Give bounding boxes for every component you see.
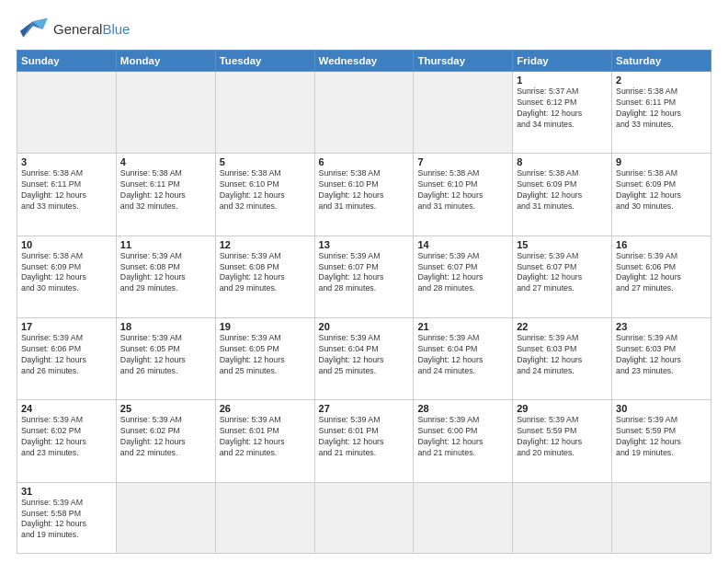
day-info: Sunrise: 5:38 AM Sunset: 6:10 PM Dayligh… (220, 168, 311, 213)
day-info: Sunrise: 5:39 AM Sunset: 5:59 PM Dayligh… (517, 415, 608, 459)
day-number: 18 (120, 321, 211, 332)
day-number: 5 (220, 156, 311, 167)
day-header-monday: Monday (116, 51, 215, 72)
day-info: Sunrise: 5:39 AM Sunset: 6:01 PM Dayligh… (220, 415, 311, 459)
calendar-cell: 9Sunrise: 5:38 AM Sunset: 6:09 PM Daylig… (612, 154, 711, 236)
day-info: Sunrise: 5:39 AM Sunset: 6:04 PM Dayligh… (417, 333, 508, 377)
logo-icon (17, 15, 50, 42)
calendar-cell: 13Sunrise: 5:39 AM Sunset: 6:07 PM Dayli… (314, 236, 414, 317)
day-info: Sunrise: 5:38 AM Sunset: 6:11 PM Dayligh… (21, 168, 112, 213)
day-info: Sunrise: 5:38 AM Sunset: 6:09 PM Dayligh… (616, 168, 707, 213)
day-number: 19 (220, 321, 311, 332)
day-info: Sunrise: 5:38 AM Sunset: 6:09 PM Dayligh… (21, 251, 112, 295)
calendar-cell (612, 482, 711, 553)
calendar-cell (414, 72, 513, 154)
calendar-table: SundayMondayTuesdayWednesdayThursdayFrid… (17, 50, 711, 554)
day-number: 1 (517, 75, 608, 86)
day-header-saturday: Saturday (612, 51, 711, 72)
day-header-wednesday: Wednesday (314, 51, 414, 72)
day-info: Sunrise: 5:39 AM Sunset: 6:07 PM Dayligh… (517, 251, 608, 295)
calendar-week-row: 17Sunrise: 5:39 AM Sunset: 6:06 PM Dayli… (17, 317, 711, 399)
day-info: Sunrise: 5:38 AM Sunset: 6:09 PM Dayligh… (517, 168, 608, 213)
day-number: 12 (220, 239, 311, 250)
day-info: Sunrise: 5:38 AM Sunset: 6:11 PM Dayligh… (616, 86, 707, 131)
day-info: Sunrise: 5:38 AM Sunset: 6:10 PM Dayligh… (319, 168, 410, 213)
day-number: 25 (120, 403, 211, 414)
day-number: 14 (417, 239, 508, 250)
calendar-header-row: SundayMondayTuesdayWednesdayThursdayFrid… (17, 51, 711, 72)
calendar-cell (314, 72, 414, 154)
day-info: Sunrise: 5:39 AM Sunset: 6:05 PM Dayligh… (220, 333, 311, 377)
day-number: 4 (120, 156, 211, 167)
calendar-cell (116, 482, 215, 553)
day-info: Sunrise: 5:39 AM Sunset: 6:04 PM Dayligh… (319, 333, 410, 377)
day-info: Sunrise: 5:39 AM Sunset: 6:05 PM Dayligh… (120, 333, 211, 377)
calendar-cell: 29Sunrise: 5:39 AM Sunset: 5:59 PM Dayli… (513, 400, 612, 482)
calendar-cell: 3Sunrise: 5:38 AM Sunset: 6:11 PM Daylig… (17, 154, 117, 236)
calendar-cell: 4Sunrise: 5:38 AM Sunset: 6:11 PM Daylig… (116, 154, 215, 236)
day-number: 11 (120, 239, 211, 250)
day-number: 27 (319, 403, 410, 414)
calendar-cell (513, 482, 612, 553)
calendar-cell (215, 72, 314, 154)
calendar-cell: 30Sunrise: 5:39 AM Sunset: 5:59 PM Dayli… (612, 400, 711, 482)
day-header-friday: Friday (513, 51, 612, 72)
day-number: 24 (21, 403, 112, 414)
day-number: 8 (517, 156, 608, 167)
calendar-cell: 31Sunrise: 5:39 AM Sunset: 5:58 PM Dayli… (17, 482, 117, 553)
calendar-cell (17, 72, 117, 154)
calendar-cell: 24Sunrise: 5:39 AM Sunset: 6:02 PM Dayli… (17, 400, 117, 482)
calendar-cell (215, 482, 314, 553)
calendar-cell: 15Sunrise: 5:39 AM Sunset: 6:07 PM Dayli… (513, 236, 612, 317)
day-info: Sunrise: 5:39 AM Sunset: 6:06 PM Dayligh… (21, 333, 112, 377)
day-number: 3 (21, 156, 112, 167)
calendar-cell: 25Sunrise: 5:39 AM Sunset: 6:02 PM Dayli… (116, 400, 215, 482)
day-number: 30 (616, 403, 707, 414)
day-info: Sunrise: 5:37 AM Sunset: 6:12 PM Dayligh… (517, 86, 608, 131)
calendar-cell: 8Sunrise: 5:38 AM Sunset: 6:09 PM Daylig… (513, 154, 612, 236)
logo-text: GeneralBlue (53, 21, 130, 37)
header: GeneralBlue (17, 15, 711, 42)
day-info: Sunrise: 5:39 AM Sunset: 6:00 PM Dayligh… (417, 415, 508, 459)
calendar-cell: 5Sunrise: 5:38 AM Sunset: 6:10 PM Daylig… (215, 154, 314, 236)
calendar-cell: 28Sunrise: 5:39 AM Sunset: 6:00 PM Dayli… (414, 400, 513, 482)
page: GeneralBlue SundayMondayTuesdayWednesday… (0, 0, 728, 563)
calendar-cell (314, 482, 414, 553)
calendar-cell: 19Sunrise: 5:39 AM Sunset: 6:05 PM Dayli… (215, 317, 314, 399)
day-number: 7 (417, 156, 508, 167)
day-info: Sunrise: 5:39 AM Sunset: 6:08 PM Dayligh… (120, 251, 211, 295)
day-header-thursday: Thursday (414, 51, 513, 72)
day-number: 13 (319, 239, 410, 250)
calendar-week-row: 24Sunrise: 5:39 AM Sunset: 6:02 PM Dayli… (17, 400, 711, 482)
calendar-cell: 21Sunrise: 5:39 AM Sunset: 6:04 PM Dayli… (414, 317, 513, 399)
calendar-cell: 2Sunrise: 5:38 AM Sunset: 6:11 PM Daylig… (612, 72, 711, 154)
day-number: 16 (616, 239, 707, 250)
calendar-cell: 11Sunrise: 5:39 AM Sunset: 6:08 PM Dayli… (116, 236, 215, 317)
calendar-cell: 12Sunrise: 5:39 AM Sunset: 6:08 PM Dayli… (215, 236, 314, 317)
day-number: 15 (517, 239, 608, 250)
calendar-cell: 7Sunrise: 5:38 AM Sunset: 6:10 PM Daylig… (414, 154, 513, 236)
day-info: Sunrise: 5:39 AM Sunset: 6:03 PM Dayligh… (616, 333, 707, 377)
day-number: 9 (616, 156, 707, 167)
calendar-cell: 14Sunrise: 5:39 AM Sunset: 6:07 PM Dayli… (414, 236, 513, 317)
day-number: 2 (616, 75, 707, 86)
day-info: Sunrise: 5:39 AM Sunset: 6:03 PM Dayligh… (517, 333, 608, 377)
day-number: 21 (417, 321, 508, 332)
day-number: 6 (319, 156, 410, 167)
day-number: 22 (517, 321, 608, 332)
day-number: 17 (21, 321, 112, 332)
day-info: Sunrise: 5:39 AM Sunset: 5:58 PM Dayligh… (21, 498, 112, 542)
day-number: 10 (21, 239, 112, 250)
day-info: Sunrise: 5:39 AM Sunset: 6:06 PM Dayligh… (616, 251, 707, 295)
calendar-cell: 6Sunrise: 5:38 AM Sunset: 6:10 PM Daylig… (314, 154, 414, 236)
day-number: 28 (417, 403, 508, 414)
day-header-tuesday: Tuesday (215, 51, 314, 72)
calendar-cell: 1Sunrise: 5:37 AM Sunset: 6:12 PM Daylig… (513, 72, 612, 154)
calendar-cell: 20Sunrise: 5:39 AM Sunset: 6:04 PM Dayli… (314, 317, 414, 399)
day-number: 23 (616, 321, 707, 332)
calendar-cell: 10Sunrise: 5:38 AM Sunset: 6:09 PM Dayli… (17, 236, 117, 317)
day-header-sunday: Sunday (17, 51, 117, 72)
calendar-cell: 23Sunrise: 5:39 AM Sunset: 6:03 PM Dayli… (612, 317, 711, 399)
calendar-week-row: 31Sunrise: 5:39 AM Sunset: 5:58 PM Dayli… (17, 482, 711, 553)
day-number: 20 (319, 321, 410, 332)
